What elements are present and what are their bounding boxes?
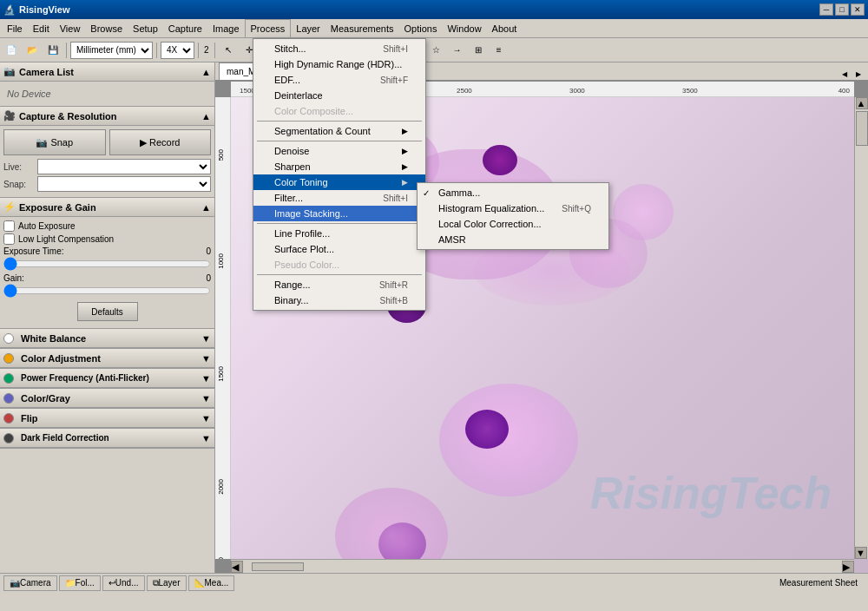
gain-slider[interactable] — [3, 285, 211, 297]
menu-process[interactable]: Process — [245, 19, 292, 37]
auto-exposure-checkbox[interactable] — [3, 220, 15, 232]
menu-image-stacking[interactable]: Image Stacking... — [253, 206, 425, 221]
filter-shortcut: Shift+I — [365, 194, 408, 203]
hscroll-right[interactable]: ▶ — [842, 561, 854, 573]
menu-binary[interactable]: Binary... Shift+B — [253, 292, 425, 308]
sharpen-arrow: ▶ — [402, 162, 408, 171]
toolbar-star[interactable]: ☆ — [427, 41, 446, 60]
menu-measurements[interactable]: Measurements — [326, 19, 399, 37]
zoom-select[interactable]: 4X — [161, 42, 194, 59]
menu-window[interactable]: Window — [442, 19, 486, 37]
status-layer[interactable]: ⧉ Layer — [147, 575, 187, 591]
vertical-scrollbar[interactable]: ▲ ▼ — [854, 97, 868, 559]
dark-field-header[interactable]: Dark Field Correction ▼ — [0, 429, 214, 448]
toolbar-grid[interactable]: ⊞ — [469, 41, 488, 60]
menu-view[interactable]: View — [55, 19, 86, 37]
menu-denoise[interactable]: Denoise ▶ — [253, 143, 425, 159]
tab-prev[interactable]: ◀ — [838, 68, 851, 80]
status-folder[interactable]: 📁 Fol... — [59, 575, 101, 591]
menu-edf[interactable]: EDF... Shift+F — [253, 72, 425, 88]
toolbar-save[interactable]: 💾 — [43, 41, 62, 60]
title-bar-left: 🔬 RisingView — [3, 4, 69, 16]
menu-seg-count[interactable]: Segmentation & Count ▶ — [253, 123, 425, 139]
unit-select[interactable]: Millimeter (mm) — [70, 42, 153, 59]
measurement-sheet-label: Measurement Sheet — [773, 578, 865, 588]
submenu-gamma[interactable]: ✓ Gamma... — [418, 185, 608, 200]
toolbar-new[interactable]: 📄 — [2, 41, 21, 60]
menu-surface-plot[interactable]: Surface Plot... — [253, 241, 425, 257]
toolbar-pointer[interactable]: ↖ — [219, 41, 238, 60]
camera-header[interactable]: 📷 Camera List ▲ — [0, 62, 214, 82]
maximize-button[interactable]: □ — [835, 3, 849, 16]
menu-sharpen[interactable]: Sharpen ▶ — [253, 159, 425, 174]
menu-range[interactable]: Range... Shift+R — [253, 277, 425, 292]
sharpen-label: Sharpen — [274, 161, 311, 172]
horizontal-scrollbar[interactable]: ◀ ▶ — [231, 559, 854, 573]
ruler-left-1500: 1500 — [217, 366, 225, 382]
menu-setup[interactable]: Setup — [128, 19, 163, 37]
status-camera[interactable]: 📷 Camera — [3, 575, 57, 591]
exposure-section: ⚡ Exposure & Gain ▲ Auto Exposure Low Li… — [0, 198, 214, 329]
flip-header[interactable]: Flip ▼ — [0, 409, 214, 428]
menu-color-toning[interactable]: Color Toning ▶ — [253, 174, 425, 190]
hscroll-track[interactable] — [243, 562, 842, 571]
low-light-checkbox[interactable] — [3, 233, 15, 245]
menu-hdr[interactable]: High Dynamic Range (HDR)... — [253, 56, 425, 72]
submenu-amsr[interactable]: AMSR — [418, 232, 608, 247]
menu-deinterlace[interactable]: Deinterlace — [253, 88, 425, 103]
vscroll-down[interactable]: ▼ — [855, 547, 867, 559]
exposure-slider[interactable] — [3, 258, 211, 270]
hscroll-thumb[interactable] — [252, 562, 304, 571]
flip-title: Flip — [21, 413, 38, 424]
defaults-button[interactable]: Defaults — [77, 302, 138, 321]
menu-about[interactable]: About — [487, 19, 523, 37]
live-select[interactable] — [37, 159, 211, 174]
status-undo[interactable]: ↩ Und... — [102, 575, 145, 591]
ruler-tick-3000: 3000 — [569, 87, 585, 95]
menu-stitch[interactable]: Stitch... Shift+I — [253, 41, 425, 56]
color-adjustment-section: Color Adjustment ▼ — [0, 349, 214, 369]
local-color-label: Local Color Correction... — [438, 219, 542, 229]
df-icon — [3, 433, 14, 443]
color-adjustment-header[interactable]: Color Adjustment ▼ — [0, 349, 214, 368]
menu-layer[interactable]: Layer — [291, 19, 326, 37]
submenu-local-color[interactable]: Local Color Correction... — [418, 216, 608, 232]
flip-section: Flip ▼ — [0, 409, 214, 429]
power-frequency-header[interactable]: Power Frequency (Anti-Flicker) ▼ — [0, 369, 214, 388]
dark-field-section: Dark Field Correction ▼ — [0, 429, 214, 449]
close-button[interactable]: ✕ — [851, 3, 865, 16]
record-button[interactable]: ▶ Record — [109, 129, 212, 155]
hscroll-left[interactable]: ◀ — [231, 561, 243, 573]
pf-title: Power Frequency (Anti-Flicker) — [21, 373, 149, 383]
vscroll-up[interactable]: ▲ — [856, 97, 868, 109]
toolbar-arrow[interactable]: → — [448, 41, 467, 60]
tab-next[interactable]: ▶ — [852, 68, 865, 80]
exposure-collapse-icon: ▲ — [201, 202, 211, 213]
vscroll-thumb[interactable] — [856, 111, 868, 146]
status-measure[interactable]: 📐 Mea... — [188, 575, 235, 591]
capture-icon: 🎥 — [3, 110, 16, 122]
toolbar-open[interactable]: 📂 — [23, 41, 42, 60]
menu-edit[interactable]: Edit — [28, 19, 55, 37]
menu-sep1 — [257, 121, 422, 122]
snap-select[interactable] — [37, 176, 211, 192]
minimize-button[interactable]: ─ — [819, 3, 833, 16]
exposure-header[interactable]: ⚡ Exposure & Gain ▲ — [0, 198, 214, 217]
toolbar-more[interactable]: ≡ — [490, 41, 509, 60]
menu-options[interactable]: Options — [399, 19, 443, 37]
menu-line-profile[interactable]: Line Profile... — [253, 226, 425, 241]
gamma-label: Gamma... — [438, 187, 480, 198]
white-balance-header[interactable]: White Balance ▼ — [0, 329, 214, 348]
folder-status-icon: 📁 — [65, 578, 76, 588]
menu-image[interactable]: Image — [207, 19, 245, 37]
submenu-histogram[interactable]: Histogram Equalization... Shift+Q — [418, 200, 608, 216]
color-gray-header[interactable]: Color/Gray ▼ — [0, 389, 214, 408]
menu-browse[interactable]: Browse — [85, 19, 128, 37]
menu-file[interactable]: File — [2, 19, 28, 37]
capture-header[interactable]: 🎥 Capture & Resolution ▲ — [0, 107, 214, 126]
snap-icon: 📷 — [36, 137, 48, 148]
exposure-title: Exposure & Gain — [19, 202, 96, 213]
snap-button[interactable]: 📷 Snap — [3, 129, 106, 155]
menu-filter[interactable]: Filter... Shift+I — [253, 190, 425, 206]
menu-capture[interactable]: Capture — [163, 19, 207, 37]
